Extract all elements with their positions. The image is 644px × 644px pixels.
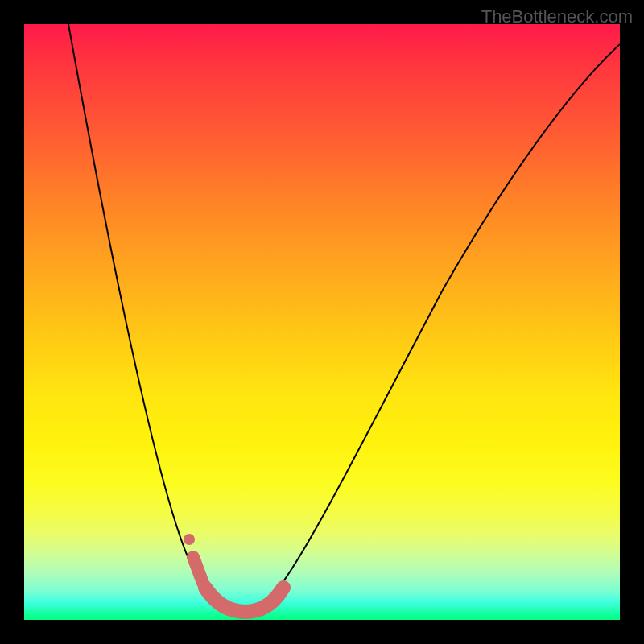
watermark-text: TheBottleneck.com <box>481 6 633 27</box>
plot-area <box>24 24 620 620</box>
overlay-dot <box>184 534 195 545</box>
overlay-curve-left-stub <box>193 557 203 583</box>
chart-svg <box>24 24 620 620</box>
main-curve <box>68 24 620 609</box>
overlay-curve-bottom <box>205 588 283 612</box>
